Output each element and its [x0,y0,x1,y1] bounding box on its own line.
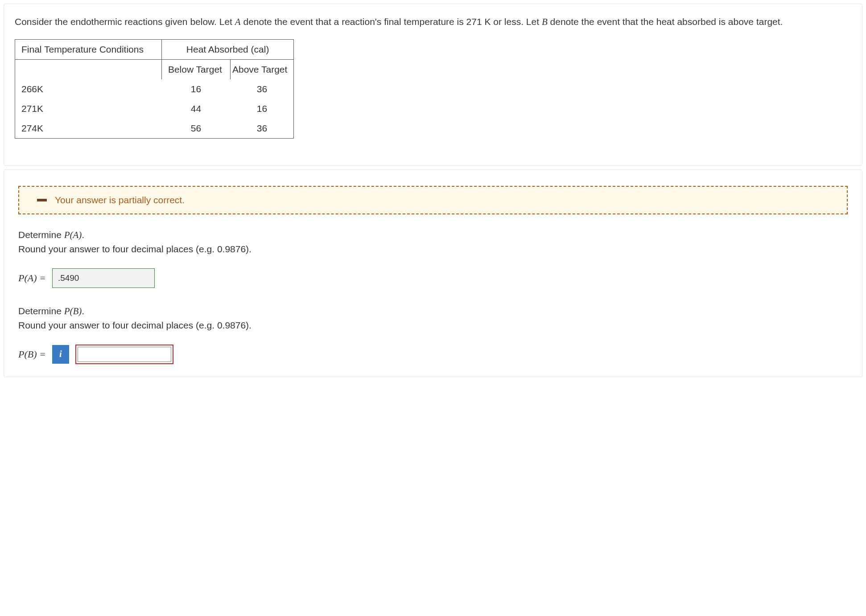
var-a: A [235,16,241,27]
question-suffix: denote the event that the heat absorbed … [548,16,783,27]
table-cell: 16 [161,79,230,99]
var-b: B [542,16,548,27]
table-row-label: 271K [15,99,162,119]
table-header-right: Heat Absorbed (cal) [161,39,293,59]
round-text: Round your answer to four decimal places… [18,320,252,330]
question-text: Consider the endothermic reactions given… [15,15,851,29]
table-cell: 56 [161,119,230,139]
question-mid: denote the event that a reaction's final… [241,16,542,27]
round-text: Round your answer to four decimal places… [18,244,252,254]
table-cell: 44 [161,99,230,119]
prompt-suffix: . [82,306,84,316]
table-row-label: 266K [15,79,162,99]
feedback-text: Your answer is partially correct. [55,195,185,205]
question-panel: Consider the endothermic reactions given… [4,4,862,166]
table-cell: 16 [230,99,293,119]
table-subheader-below: Below Target [161,59,230,79]
table-header-left: Final Temperature Conditions [15,39,162,59]
answer-panel: Your answer is partially correct. Determ… [4,169,862,377]
prompt-prefix: Determine [18,306,64,316]
prompt-var: P(B) [64,306,82,316]
table-subheader-above: Above Target [230,59,293,79]
feedback-box: Your answer is partially correct. [18,186,848,214]
table-row-label: 274K [15,119,162,139]
pa-input[interactable] [52,268,155,288]
question-prefix: Consider the endothermic reactions given… [15,16,235,27]
answer-label-pa: P(A) = [18,272,46,284]
answer-label-pb: P(B) = [18,349,46,360]
pb-input[interactable] [78,347,171,362]
table-cell: 36 [230,79,293,99]
info-icon[interactable]: i [52,345,69,364]
part-a-prompt: Determine P(A). Round your answer to fou… [18,228,848,257]
table-cell: 36 [230,119,293,139]
table-subheader-empty [15,59,162,79]
part-b-prompt: Determine P(B). Round your answer to fou… [18,304,848,333]
part-a-answer-row: P(A) = [18,268,848,288]
prompt-suffix: . [82,230,84,240]
data-table: Final Temperature Conditions Heat Absorb… [15,39,294,139]
pb-input-wrap [75,345,173,364]
prompt-prefix: Determine [18,230,64,240]
prompt-var: P(A) [64,230,82,240]
minus-icon [37,199,47,201]
part-b-answer-row: P(B) = i [18,345,848,364]
